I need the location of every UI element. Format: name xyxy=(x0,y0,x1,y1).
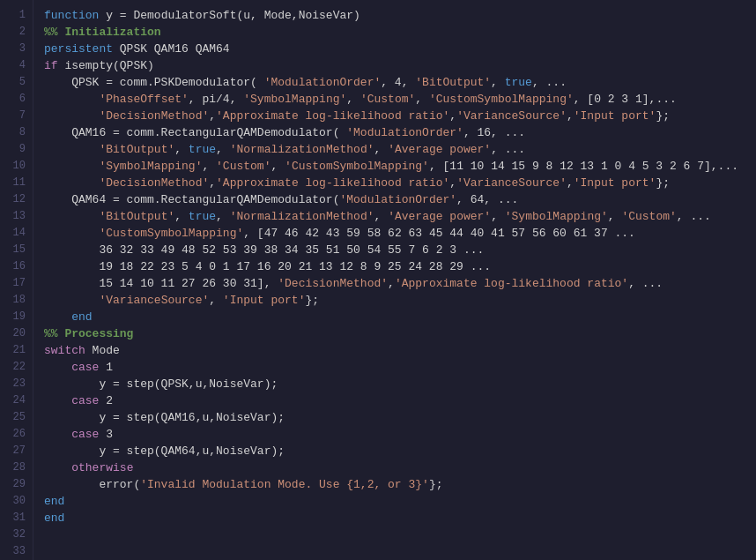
code-token: , xyxy=(567,176,574,190)
code-token: 'CustomSymbolMapping' xyxy=(429,93,574,106)
code-token: , xyxy=(202,160,216,173)
code-token: 'ModulationOrder' xyxy=(264,76,382,89)
code-token: y = step(QAM16,u,NoiseVar); xyxy=(44,411,285,424)
code-line: 'DecisionMethod','Approximate log-likeli… xyxy=(44,175,756,191)
line-number: 30 xyxy=(0,493,33,510)
code-line: 36 32 33 49 48 52 53 39 38 34 35 51 50 5… xyxy=(44,242,756,258)
code-line: case 3 xyxy=(44,426,756,443)
code-line: error('Invalid Modulation Mode. Use {1,2… xyxy=(44,476,756,493)
code-token: 'Custom' xyxy=(621,210,676,223)
code-token xyxy=(44,428,71,441)
code-token: %% Processing xyxy=(44,327,133,340)
code-token: 'Approximate log-likelihood ratio' xyxy=(395,277,628,290)
code-token: 'SymbolMapping' xyxy=(99,160,202,173)
code-token xyxy=(44,160,99,173)
code-token: , ... xyxy=(628,277,663,290)
code-token: , xyxy=(374,143,389,156)
code-token: y = step(QPSK,u,NoiseVar); xyxy=(44,377,278,391)
code-token xyxy=(44,176,99,190)
code-token: , xyxy=(174,143,189,156)
code-token: end xyxy=(44,310,93,324)
line-number: 17 xyxy=(0,275,33,292)
code-token: 'Approximate log-likelihood ratio' xyxy=(216,176,449,190)
code-token: 'VarianceSource' xyxy=(456,176,567,190)
line-number: 13 xyxy=(0,208,33,225)
code-token: case xyxy=(71,428,99,441)
code-token: }; xyxy=(656,109,670,123)
line-number: 14 xyxy=(0,225,33,242)
line-number: 21 xyxy=(0,342,33,359)
code-token: , ... xyxy=(677,210,711,223)
code-line: function y = DemodulatorSoft(u, Mode,Noi… xyxy=(44,7,756,24)
code-token: isempty(QPSK) xyxy=(58,59,154,72)
code-token: 'ModulationOrder' xyxy=(339,193,456,206)
line-number: 24 xyxy=(0,392,33,409)
code-token: 'Approximate log-likelihood ratio' xyxy=(216,109,449,123)
code-token: , xyxy=(567,109,574,123)
code-line: y = step(QAM16,u,NoiseVar); xyxy=(44,409,756,426)
code-token: 'Custom' xyxy=(216,160,271,173)
line-number: 12 xyxy=(0,191,33,208)
code-token: 'Average power' xyxy=(388,143,491,156)
code-line: case 2 xyxy=(44,392,756,409)
code-line: QAM64 = comm.RectangularQAMDemodulator('… xyxy=(44,191,756,208)
code-line: if isempty(QPSK) xyxy=(44,57,756,74)
line-number: 5 xyxy=(0,74,33,91)
code-token xyxy=(44,361,71,374)
code-token: QAM64 = comm.RectangularQAMDemodulator( xyxy=(44,193,339,206)
code-token: 'NormalizationMethod' xyxy=(230,143,374,156)
code-token: , ... xyxy=(532,76,567,89)
code-line: otherwise xyxy=(44,459,756,476)
line-number: 22 xyxy=(0,359,33,376)
code-token: QPSK QAM16 QAM64 xyxy=(113,42,230,56)
code-token: , xyxy=(174,210,189,223)
code-token: , xyxy=(388,277,395,290)
code-token xyxy=(44,210,99,223)
code-line: 15 14 10 11 27 26 30 31], 'DecisionMetho… xyxy=(44,275,756,292)
code-token: 'DecisionMethod' xyxy=(99,176,209,190)
code-token: , xyxy=(415,93,429,106)
code-content[interactable]: function y = DemodulatorSoft(u, Mode,Noi… xyxy=(33,0,756,560)
line-number: 1 xyxy=(0,7,33,24)
code-token: 'CustomSymbolMapping' xyxy=(99,227,243,240)
code-token: true xyxy=(505,76,532,89)
code-line: 'BitOutput', true, 'NormalizationMethod'… xyxy=(44,141,756,158)
code-token: true xyxy=(189,143,216,156)
line-number-gutter: 1234567891011121314151617181920212223242… xyxy=(0,0,33,560)
code-token: , xyxy=(346,93,360,106)
line-number: 10 xyxy=(0,158,33,175)
code-line: 19 18 22 23 5 4 0 1 17 16 20 21 13 12 8 … xyxy=(44,258,756,275)
line-number: 4 xyxy=(0,57,33,74)
code-token: 'SymbolMapping' xyxy=(505,210,608,223)
line-number: 11 xyxy=(0,175,33,191)
code-token: , [11 10 14 15 9 8 12 13 1 0 4 5 3 2 6 7… xyxy=(429,160,738,173)
code-token: , 4, xyxy=(381,76,415,89)
code-token: , xyxy=(608,210,622,223)
line-number: 31 xyxy=(0,510,33,526)
line-number: 16 xyxy=(0,258,33,275)
line-number: 3 xyxy=(0,41,33,57)
line-number: 15 xyxy=(0,242,33,258)
code-line: QAM16 = comm.RectangularQAMDemodulator( … xyxy=(44,124,756,141)
code-token xyxy=(44,294,99,307)
code-line: switch Mode xyxy=(44,342,756,359)
code-token: 1 xyxy=(99,361,113,374)
line-number: 20 xyxy=(0,325,33,342)
code-token: 'Average power' xyxy=(388,210,491,223)
line-number: 28 xyxy=(0,459,33,476)
code-token: , xyxy=(216,143,230,156)
code-line: %% Processing xyxy=(44,325,756,342)
code-token: , 64, ... xyxy=(456,193,518,206)
line-number: 29 xyxy=(0,476,33,493)
code-line: persistent QPSK QAM16 QAM64 xyxy=(44,41,756,57)
code-token xyxy=(44,109,99,123)
code-token: , xyxy=(209,176,216,190)
code-token: 'Input port' xyxy=(223,294,306,307)
code-token xyxy=(44,461,71,474)
code-line: 'VarianceSource', 'Input port'}; xyxy=(44,292,756,309)
code-token: , pi/4, xyxy=(189,93,243,106)
code-token: 3 xyxy=(99,428,113,441)
line-number: 26 xyxy=(0,426,33,443)
code-token: 'PhaseOffset' xyxy=(99,93,188,106)
code-token: , xyxy=(491,76,505,89)
